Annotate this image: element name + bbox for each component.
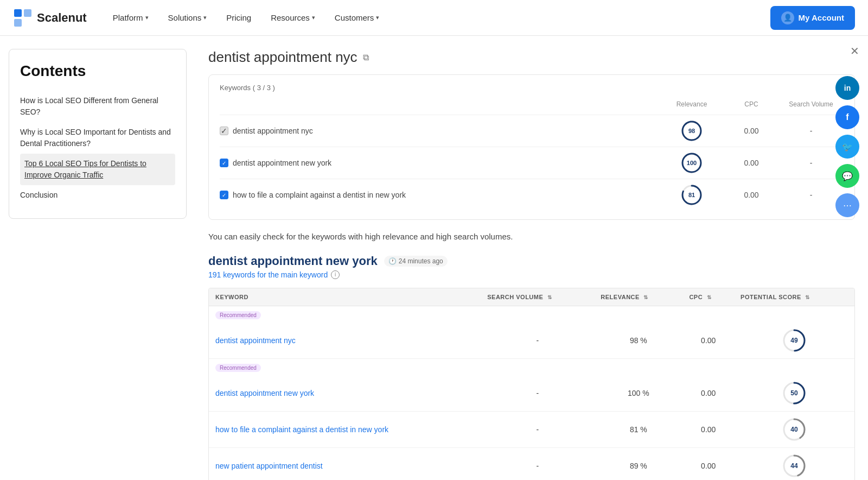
score-gauge: 40 <box>782 417 807 442</box>
chevron-down-icon: ▾ <box>312 14 315 21</box>
sort-icon: ⇅ <box>707 294 712 300</box>
td-rel: 100 % <box>594 375 682 412</box>
th-search-volume[interactable]: SEARCH VOLUME ⇅ <box>481 288 594 306</box>
keyword-header: dentist appointment nyc ⧉ <box>208 49 855 66</box>
main-kw-header: dentist appointment new york 🕐 24 minute… <box>208 254 855 268</box>
td-score: 49 <box>734 323 854 359</box>
clock-icon: 🕐 <box>388 257 397 265</box>
logo-icon <box>13 8 33 28</box>
sidebar-item-2[interactable]: Why is Local SEO Important for Dentists … <box>20 122 175 154</box>
contents-box: Contents How is Local SEO Different from… <box>9 49 187 219</box>
sidebar-item-3[interactable]: Top 6 Local SEO Tips for Dentists to Imp… <box>20 154 175 185</box>
td-sv: - <box>481 447 594 480</box>
td-sv: - <box>481 411 594 447</box>
table-row: Recommended <box>209 306 854 323</box>
chevron-down-icon: ▾ <box>376 14 379 21</box>
td-score: 50 <box>734 375 854 412</box>
table-row: how to file a complaint against a dentis… <box>209 411 854 447</box>
info-icon[interactable]: i <box>331 270 340 279</box>
nav-resources[interactable]: Resources ▾ <box>262 9 324 27</box>
table-header-row: KEYWORD SEARCH VOLUME ⇅ RELEVANCE ⇅ <box>209 288 854 306</box>
info-text: You can easily check for the keywords wi… <box>208 231 855 243</box>
table-row: dentist appointment new york - 100 % 0.0… <box>209 375 854 412</box>
navbar-links: Platform ▾ Solutions ▾ Pricing Resources… <box>104 9 770 27</box>
gauge-81: 81 <box>680 184 703 206</box>
th-potential-score[interactable]: POTENTIAL SCORE ⇅ <box>734 288 854 306</box>
sort-icon: ⇅ <box>643 294 648 300</box>
nav-solutions[interactable]: Solutions ▾ <box>159 9 216 27</box>
nav-pricing[interactable]: Pricing <box>218 9 260 27</box>
table-row: ✓ dentist appointment new york 100 0.00 … <box>220 147 844 179</box>
table-row: Recommended <box>209 358 854 375</box>
my-account-button[interactable]: 👤 My Account <box>770 6 855 30</box>
svg-rect-2 <box>14 19 22 27</box>
td-cpc: 0.00 <box>682 447 734 480</box>
social-bar: in f 🐦 💬 ⋯ <box>835 76 859 217</box>
checkbox-2[interactable]: ✓ <box>220 159 228 167</box>
gauge-98: 98 <box>680 119 703 142</box>
close-button[interactable]: ✕ <box>850 45 859 58</box>
table-row: dentist appointment nyc - 98 % 0.00 49 <box>209 323 854 359</box>
keyword-table-wrapper[interactable]: KEYWORD SEARCH VOLUME ⇅ RELEVANCE ⇅ <box>208 288 855 481</box>
account-icon: 👤 <box>781 11 794 24</box>
th-relevance[interactable]: RELEVANCE ⇅ <box>594 288 682 306</box>
td-keyword[interactable]: new patient appointment dentist <box>209 447 481 480</box>
navbar: Scalenut Platform ▾ Solutions ▾ Pricing … <box>0 0 868 36</box>
td-score: 44 <box>734 447 854 480</box>
recommended-badge: Recommended <box>215 364 261 372</box>
th-cpc[interactable]: CPC ⇅ <box>682 288 734 306</box>
main-kw-section: dentist appointment new york 🕐 24 minute… <box>208 254 855 481</box>
td-keyword[interactable]: dentist appointment nyc <box>209 323 481 359</box>
score-gauge: 44 <box>782 453 807 478</box>
recommended-badge: Recommended <box>215 311 261 319</box>
chevron-down-icon: ▾ <box>203 14 207 21</box>
score-gauge: 50 <box>782 381 807 406</box>
td-cpc: 0.00 <box>682 375 734 412</box>
main-kw-title: dentist appointment new york <box>208 254 378 268</box>
td-cpc: 0.00 <box>682 323 734 359</box>
nav-customers[interactable]: Customers ▾ <box>326 9 388 27</box>
kw-table-header: Relevance CPC Search Volume <box>220 98 844 110</box>
twitter-icon[interactable]: 🐦 <box>835 135 859 159</box>
contents-title: Contents <box>20 62 175 80</box>
svg-rect-0 <box>14 9 22 17</box>
td-cpc: 0.00 <box>682 411 734 447</box>
gauge-100: 100 <box>680 151 703 174</box>
sort-icon: ⇅ <box>547 294 552 300</box>
nav-platform[interactable]: Platform ▾ <box>104 9 157 27</box>
sidebar-item-1[interactable]: How is Local SEO Different from General … <box>20 91 175 122</box>
navbar-right: 👤 My Account <box>770 6 855 30</box>
chevron-down-icon: ▾ <box>145 14 149 21</box>
logo-text: Scalenut <box>37 11 87 25</box>
keywords-count: Keywords ( 3 / 3 ) <box>220 84 844 92</box>
keyword-title: dentist appointment nyc <box>208 49 358 66</box>
whatsapp-icon[interactable]: 💬 <box>835 164 859 188</box>
sidebar-item-4[interactable]: Conclusion <box>20 185 175 205</box>
table-row: ✓ how to file a complaint against a dent… <box>220 179 844 211</box>
th-keyword: KEYWORD <box>209 288 481 306</box>
kw-count-text: 191 keywords for the main keyword <box>208 270 328 279</box>
sidebar: Contents How is Local SEO Different from… <box>0 36 195 480</box>
page-layout: Contents How is Local SEO Different from… <box>0 36 868 480</box>
checkbox-3[interactable]: ✓ <box>220 191 228 199</box>
sort-icon: ⇅ <box>805 294 810 300</box>
keyword-data-table: KEYWORD SEARCH VOLUME ⇅ RELEVANCE ⇅ <box>209 288 854 481</box>
td-score: 40 <box>734 411 854 447</box>
td-sv: - <box>481 323 594 359</box>
facebook-icon[interactable]: f <box>835 105 859 129</box>
td-sv: - <box>481 375 594 412</box>
logo[interactable]: Scalenut <box>13 8 87 28</box>
share-icon[interactable]: ⋯ <box>835 193 859 217</box>
td-rel: 98 % <box>594 323 682 359</box>
checkbox-1[interactable]: ✓ <box>220 127 228 135</box>
copy-icon[interactable]: ⧉ <box>363 53 369 62</box>
td-keyword[interactable]: dentist appointment new york <box>209 375 481 412</box>
td-keyword[interactable]: how to file a complaint against a dentis… <box>209 411 481 447</box>
main-content: ✕ dentist appointment nyc ⧉ Keywords ( 3… <box>195 36 868 480</box>
keywords-panel: Keywords ( 3 / 3 ) Relevance CPC Search … <box>208 74 855 220</box>
td-rel: 81 % <box>594 411 682 447</box>
linkedin-icon[interactable]: in <box>835 76 859 100</box>
time-badge: 🕐 24 minutes ago <box>384 256 448 267</box>
table-row: ✓ dentist appointment nyc 98 0.00 - <box>220 115 844 147</box>
table-row: new patient appointment dentist - 89 % 0… <box>209 447 854 480</box>
